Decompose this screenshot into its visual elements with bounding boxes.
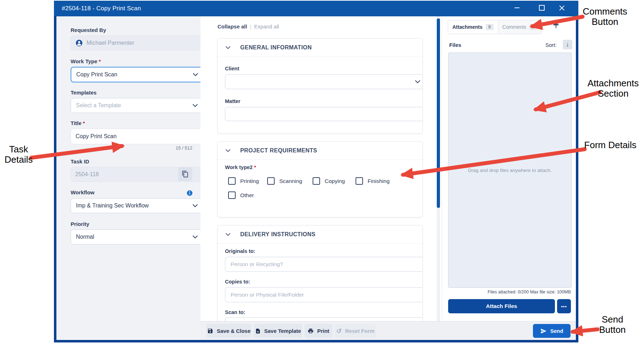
work-type-label: Work Type* [71, 58, 101, 64]
originals-to-label: Originals to: [225, 248, 255, 254]
minimize-button[interactable] [509, 1, 525, 15]
send-label: Send [550, 328, 563, 334]
window-titlebar: #2504-118 - Copy Print Scan [54, 1, 578, 16]
more-attach-options-button[interactable]: ••• [557, 299, 571, 313]
title-label: Title* [71, 120, 85, 126]
matter-input[interactable] [225, 107, 423, 121]
workflow-info-icon[interactable] [187, 190, 193, 198]
tab-attachments-label: Attachments [452, 24, 483, 30]
reset-form-label: Reset Form [345, 328, 375, 334]
required-marker: * [83, 120, 85, 126]
toolbar-separator: | [250, 23, 251, 29]
checkbox-copying[interactable]: Copying [313, 177, 345, 185]
required-marker: * [254, 164, 256, 170]
matter-label: Matter [225, 98, 241, 104]
requested-by-value: Michael Parmenter [87, 40, 134, 46]
tab-attachments[interactable]: Attachments 0 [448, 20, 498, 34]
files-attached-info: Files attached: 0/200 Max file size: 100… [448, 290, 571, 294]
section-collapse-icon [226, 149, 230, 152]
templates-select[interactable]: Select a Template [71, 98, 203, 113]
print-button[interactable]: Print [304, 324, 332, 338]
send-icon [540, 328, 547, 334]
work-type-select[interactable]: Copy Print Scan [71, 67, 204, 82]
print-icon [308, 328, 314, 334]
checkbox-label: Printing [240, 178, 259, 184]
save-close-label: Save & Close [217, 328, 251, 334]
expand-all-link[interactable]: Expand all [254, 23, 279, 29]
checkbox-icon [313, 177, 320, 185]
checkbox-icon [267, 177, 275, 185]
attachments-comments-tabs: Attachments 0 Comments 0 [448, 20, 542, 34]
section-title: PROJECT REQUIREMENTS [240, 147, 317, 154]
section-collapse-icon [226, 233, 230, 236]
files-label: Files [449, 42, 461, 48]
originals-to-input-field[interactable] [230, 261, 420, 268]
priority-select[interactable]: Normal [71, 229, 203, 244]
title-input[interactable] [71, 129, 202, 144]
checkbox-scanning[interactable]: Scanning [267, 177, 302, 185]
section-title: GENERAL INFORMATION [240, 44, 312, 51]
comments-count-badge: 0 [529, 24, 537, 30]
requested-by-field[interactable]: Michael Parmenter [71, 36, 202, 50]
workflow-label: Workflow [71, 189, 94, 195]
user-icon [75, 39, 83, 47]
originals-to-input[interactable] [225, 257, 423, 272]
sort-arrow-icon: ↓ [566, 41, 569, 48]
close-button[interactable] [554, 1, 570, 15]
file-dropzone[interactable]: Drag and drop files anywhere to attach. [448, 53, 572, 288]
priority-label: Priority [71, 221, 89, 227]
general-information-header[interactable]: GENERAL INFORMATION [218, 39, 422, 57]
checkbox-icon [356, 177, 363, 185]
screenshot-root: #2504-118 - Copy Print Scan Requested By… [0, 0, 644, 346]
pin-icon [551, 20, 561, 29]
print-label: Print [317, 328, 329, 334]
sort-direction-button[interactable]: ↓ [563, 40, 572, 49]
annotation-send-button: Send Button [584, 314, 641, 335]
task-id-label: Task ID [71, 158, 89, 164]
requested-by-label: Requested By [71, 27, 106, 33]
save-template-icon [255, 328, 261, 334]
save-template-button[interactable]: Save Template [254, 324, 302, 338]
checkbox-finishing[interactable]: Finishing [356, 177, 390, 185]
delivery-instructions-header[interactable]: DELIVERY INSTRUCTIONS [218, 226, 422, 244]
copy-task-id-button[interactable] [178, 167, 192, 181]
project-requirements-section: PROJECT REQUIREMENTS Work type2* Printin… [218, 141, 423, 217]
maximize-button[interactable] [534, 1, 550, 15]
dropzone-hint: Drag and drop files anywhere to attach. [468, 168, 552, 173]
work-type-value: Copy Print Scan [76, 71, 117, 78]
workflow-value: Imp & Training Sec Workflow [76, 202, 149, 209]
attach-files-button[interactable]: Attach Files [448, 299, 555, 313]
priority-value: Normal [76, 234, 94, 240]
collapse-expand-toolbar: Collapse all | Expand all [218, 23, 279, 29]
save-template-label: Save Template [264, 328, 301, 334]
copy-icon [182, 171, 189, 178]
chevron-down-icon [193, 104, 198, 107]
workflow-select[interactable]: Imp & Training Sec Workflow [71, 198, 203, 213]
scan-to-label: Scan to: [225, 309, 245, 315]
pin-panel-button[interactable] [551, 20, 561, 31]
checkbox-printing[interactable]: Printing [228, 177, 259, 185]
collapse-all-link[interactable]: Collapse all [218, 23, 247, 29]
reset-icon: ↺ [336, 328, 342, 334]
send-button[interactable]: Send [533, 324, 571, 338]
checkbox-label: Other [240, 192, 254, 199]
copies-to-label: Copies to: [225, 279, 250, 285]
copies-to-input-field[interactable] [230, 291, 420, 298]
required-marker: * [99, 58, 101, 64]
chevron-down-icon [415, 80, 420, 83]
attach-files-label: Attach Files [486, 303, 517, 309]
client-select[interactable] [225, 74, 423, 89]
chevron-down-icon [193, 236, 198, 239]
annotation-comments-button: Comments Button [571, 6, 639, 27]
checkbox-other[interactable]: Other [228, 191, 254, 199]
reset-form-button[interactable]: ↺ Reset Form [335, 324, 376, 338]
task-id-value: 2504-118 [75, 171, 99, 178]
tab-comments[interactable]: Comments 0 [498, 20, 542, 34]
form-scrollbar-thumb[interactable] [437, 18, 440, 208]
client-label: Client [225, 66, 239, 71]
copies-to-input[interactable] [225, 287, 423, 302]
save-close-button[interactable]: Save & Close [206, 324, 252, 338]
templates-label: Templates [71, 90, 97, 96]
project-requirements-header[interactable]: PROJECT REQUIREMENTS [218, 142, 422, 160]
tab-comments-label: Comments [502, 24, 527, 30]
